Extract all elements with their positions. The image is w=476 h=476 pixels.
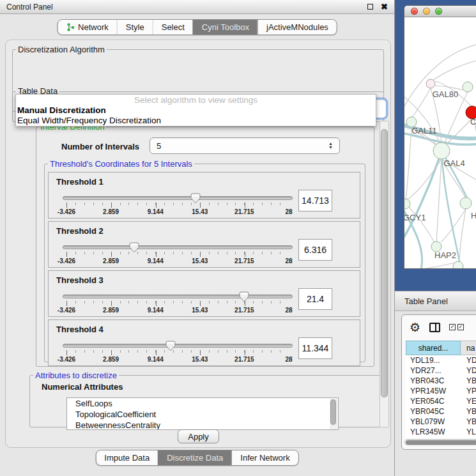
table-row[interactable]: YLR345WYLR3 [406,427,476,437]
network-edge[interactable] [404,43,476,113]
table-row[interactable]: YDL19...YDL1 [406,355,476,365]
tab-infer-network[interactable]: Infer Network [231,450,298,465]
threshold-slider[interactable] [63,344,293,348]
tick-label: 28 [285,307,292,314]
numerical-attributes-list[interactable]: SelfLoopsTopologicalCoefficientBetweenne… [66,397,339,430]
network-node[interactable] [463,82,473,92]
network-graph: GAL80GACGAL11GAL4GCY1HHAP2 [404,17,476,269]
tab-cyni-toolbox[interactable]: Cyni Toolbox [193,20,257,35]
checkbox-icon: ✓ [449,324,456,330]
attribute-list-item[interactable]: TopologicalCoefficient [67,409,338,420]
tab-select[interactable]: Select [153,20,193,35]
close-icon[interactable]: ✖ [381,3,388,11]
cell-name[interactable]: YBR0 [461,406,476,417]
cell-shared-name[interactable]: YER054C [406,396,461,406]
cell-name[interactable]: YBL0 [461,417,476,427]
float-panel-icon[interactable] [367,4,373,10]
number-of-intervals-label: Number of Intervals [61,142,139,151]
threshold-panel: Threshold 2 -3.4262.8599.14415.4321.7152… [48,221,360,268]
network-node[interactable] [453,261,463,269]
cell-shared-name[interactable]: YDL19... [406,355,461,365]
cell-name[interactable]: YDR2 [461,365,476,376]
cell-shared-name[interactable]: YPR145W [406,386,461,396]
table-row[interactable]: YBR043CYBR0 [406,376,476,386]
zoom-traffic-light[interactable] [435,8,442,15]
table-row[interactable]: YER054CYER0 [406,396,476,406]
threshold-slider[interactable] [63,295,293,298]
algorithm-option-equal-width[interactable]: Equal Width/Frequency Discretization [16,116,376,126]
tick-label: 15.43 [192,257,208,265]
tab-style[interactable]: Style [117,20,153,35]
threshold-value-box[interactable]: 21.4 [298,288,332,310]
network-view-window[interactable]: GAL80GACGAL11GAL4GCY1HHAP2 [404,5,476,269]
tick-label: 28 [285,257,292,265]
table-header-row: shared... na [406,341,476,355]
cell-shared-name[interactable]: YLR345W [406,427,461,437]
network-canvas[interactable]: GAL80GACGAL11GAL4GCY1HHAP2 [404,17,476,269]
tick-label: 28 [285,356,292,363]
gear-icon[interactable]: ⚙ [410,321,420,334]
threshold-value-box[interactable]: 11.344 [298,337,332,359]
slider-major-ticks [66,203,289,208]
apply-button[interactable]: Apply [178,429,219,443]
tab-network[interactable]: Network [58,20,117,35]
tick-label: 9.144 [148,356,164,363]
threshold-value-box[interactable]: 6.316 [298,239,332,261]
cell-name[interactable]: YBR0 [461,376,476,386]
threshold-slider[interactable] [63,196,293,200]
network-edge[interactable] [411,261,459,269]
column-header-shared-name[interactable]: shared... [406,341,461,355]
cyni-toolbox-panel: Discretization Algorithm Select algorith… [5,40,391,448]
threshold-slider[interactable] [63,245,293,249]
threshold-value-box[interactable]: 14.713 [298,190,332,211]
select-columns-icon[interactable]: ✓ ✓ [449,324,464,330]
network-node[interactable] [460,197,472,209]
tab-discretize-data[interactable]: Discretize Data [158,450,231,465]
tab-jactivemnodules[interactable]: jActiveMNodules [257,20,337,35]
node-attribute-table: shared... na YDL19...YDL1YDR27...YDR2YBR… [406,341,476,445]
discretization-algorithm-group-title: Discretization Algorithm [16,45,107,54]
settings-vertical-scrollbar[interactable] [380,121,389,427]
number-of-intervals-combobox[interactable]: 5 ▲▼ [150,137,340,154]
cell-name[interactable]: YLR3 [461,427,476,437]
cell-shared-name[interactable]: YBR045C [406,406,461,417]
table-panel-header: Table Panel [395,291,476,311]
attribute-list-item[interactable]: BetweennessCentrality [67,420,338,430]
slider-tick-labels: -3.4262.8599.14415.4321.71528 [66,307,289,314]
network-edge[interactable] [441,209,466,242]
network-node[interactable] [426,79,435,88]
tab-label: jActiveMNodules [266,22,328,32]
minimize-traffic-light[interactable] [423,8,430,15]
cell-name[interactable]: YER0 [461,396,476,406]
slider-tick-labels: -3.4262.8599.14415.4321.71528 [66,356,289,364]
attributes-list-scrollbar[interactable] [330,399,337,430]
close-traffic-light[interactable] [411,8,418,15]
table-row[interactable]: YBL079WYBL0 [406,417,476,427]
tick-label: 2.859 [103,307,119,314]
network-edge[interactable] [459,209,466,259]
node-label: GAL80 [433,89,458,99]
slider-major-ticks [66,252,289,257]
tick-label: 15.43 [192,307,208,314]
algorithm-option-manual[interactable]: Manual Discretization [16,105,376,116]
cell-name[interactable]: YDL1 [461,355,476,365]
table-horizontal-scrollbar[interactable] [404,439,476,445]
cell-shared-name[interactable]: YDR27... [406,365,461,376]
tick-label: 21.715 [234,307,254,314]
column-header-name[interactable]: na [461,341,476,355]
table-row[interactable]: YBR045CYBR0 [406,406,476,417]
network-edge[interactable] [436,159,441,242]
attribute-list-item[interactable]: SelfLoops [67,398,338,409]
cell-shared-name[interactable]: YBR043C [406,376,461,386]
table-rows[interactable]: YDL19...YDL1YDR27...YDR2YBR043CYBR0YPR14… [406,355,476,445]
table-row[interactable]: YDR27...YDR2 [406,365,476,376]
table-row[interactable]: YPR145WYPR1 [406,386,476,396]
threshold-label: Threshold 1 [56,177,104,187]
algorithm-dropdown-popup: Select algorithm to view settings Manual… [15,94,376,127]
cell-name[interactable]: YPR1 [461,386,476,396]
network-edge[interactable] [406,127,411,201]
split-column-icon[interactable] [429,323,440,332]
tab-impute-data[interactable]: Impute Data [96,450,158,465]
cell-shared-name[interactable]: YBL079W [406,417,461,427]
network-node[interactable] [433,142,450,159]
